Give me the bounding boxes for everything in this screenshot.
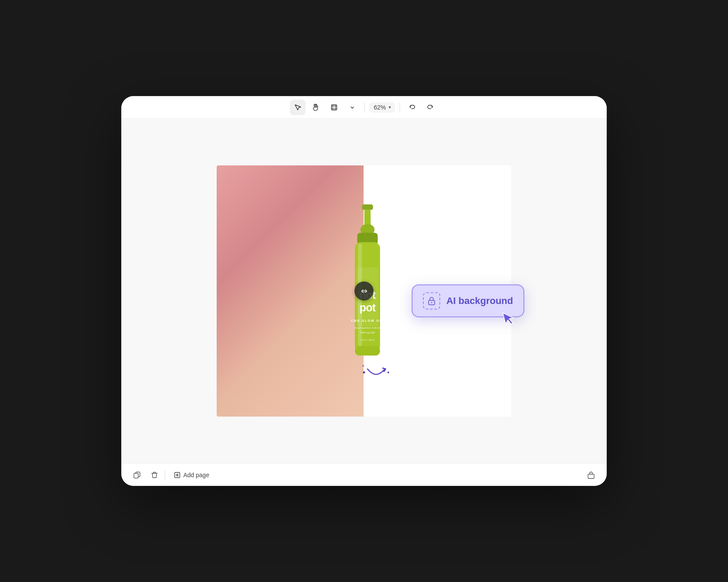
delete-button[interactable]	[147, 468, 161, 482]
svg-text:broad spectrum multi-oil: broad spectrum multi-oil	[355, 327, 380, 329]
settings-button[interactable]	[584, 468, 598, 482]
svg-rect-1	[362, 204, 373, 210]
canvas-area[interactable]: not pot CBD GLOW OIL broad spectrum mult…	[121, 119, 607, 463]
redo-button[interactable]	[422, 100, 438, 115]
bottom-divider	[165, 470, 165, 480]
zoom-value: 62%	[374, 104, 386, 111]
ai-background-tooltip: AI background	[412, 285, 524, 317]
svg-point-15	[363, 372, 365, 374]
frame-dropdown-button[interactable]	[344, 100, 360, 115]
sparkle-decoration	[359, 360, 393, 382]
toolbar-divider-1	[364, 102, 365, 113]
select-tool-button[interactable]	[290, 100, 306, 115]
device-frame: 62% ▾	[121, 96, 607, 486]
svg-text:1000 mg CBD: 1000 mg CBD	[360, 331, 375, 334]
svg-text:1 fl oz / 30 ml: 1 fl oz / 30 ml	[361, 339, 374, 341]
svg-rect-6	[355, 346, 380, 356]
svg-text:CBD GLOW OIL: CBD GLOW OIL	[351, 319, 384, 323]
duplicate-button[interactable]	[130, 468, 144, 482]
add-page-label: Add page	[183, 472, 209, 479]
svg-point-18	[431, 302, 432, 303]
toolbar: 62% ▾	[121, 96, 607, 119]
svg-rect-19	[134, 473, 138, 478]
hand-tool-button[interactable]	[308, 100, 324, 115]
design-canvas: not pot CBD GLOW OIL broad spectrum mult…	[217, 165, 511, 417]
frame-tool-button[interactable]	[326, 100, 342, 115]
undo-button[interactable]	[404, 100, 420, 115]
toolbar-divider-2	[400, 102, 400, 113]
svg-rect-0	[332, 105, 337, 110]
bottom-bar: Add page	[121, 463, 607, 486]
ai-lock-icon-box	[423, 292, 440, 310]
split-handle[interactable]: ⇔	[354, 281, 374, 301]
add-page-button[interactable]: Add page	[169, 469, 214, 481]
zoom-chevron-icon: ▾	[389, 105, 391, 110]
svg-rect-21	[588, 474, 594, 479]
ai-background-label: AI background	[446, 295, 513, 307]
split-arrows-icon: ⇔	[361, 286, 367, 296]
svg-point-16	[387, 372, 389, 373]
svg-text:pot: pot	[360, 301, 376, 314]
zoom-control-button[interactable]: 62% ▾	[369, 102, 395, 113]
